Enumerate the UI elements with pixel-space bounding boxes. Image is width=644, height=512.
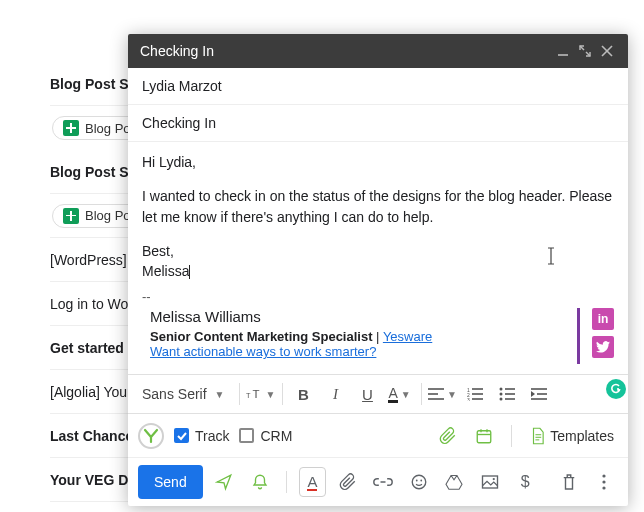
insert-image-button[interactable] bbox=[476, 467, 503, 497]
font-select-label: Sans Serif bbox=[142, 386, 207, 402]
minimize-button[interactable] bbox=[552, 45, 574, 57]
emoji-button[interactable] bbox=[405, 467, 432, 497]
underline-button[interactable]: U bbox=[353, 379, 383, 409]
attach-file-button[interactable] bbox=[435, 427, 461, 445]
chevron-down-icon: ▼ bbox=[215, 389, 225, 400]
list-item-label: Last Chance bbox=[50, 428, 133, 444]
send-later-button[interactable] bbox=[211, 467, 238, 497]
crm-label: CRM bbox=[260, 428, 292, 444]
twitter-icon[interactable] bbox=[592, 336, 614, 358]
svg-point-38 bbox=[603, 481, 606, 484]
send-toolbar: Send A bbox=[128, 458, 628, 506]
recipient-value: Lydia Marzot bbox=[142, 78, 222, 94]
schedule-button[interactable] bbox=[471, 427, 497, 445]
confidential-mode-button[interactable]: $ bbox=[512, 467, 539, 497]
text-cursor-icon bbox=[546, 246, 556, 272]
signature-name: Melissa Williams bbox=[150, 308, 565, 325]
grammarly-icon[interactable] bbox=[606, 379, 626, 399]
sheets-icon bbox=[63, 120, 79, 136]
discard-draft-button[interactable] bbox=[555, 467, 582, 497]
font-size-button[interactable]: TT ▼ bbox=[246, 379, 276, 409]
italic-button[interactable]: I bbox=[321, 379, 351, 409]
body-greeting: Hi Lydia, bbox=[142, 152, 614, 172]
compose-title: Checking In bbox=[140, 43, 214, 59]
svg-point-34 bbox=[420, 480, 422, 482]
dollar-icon: $ bbox=[521, 473, 530, 491]
signature-title: Senior Content Marketing Specialist bbox=[150, 329, 373, 344]
close-button[interactable] bbox=[596, 45, 618, 57]
svg-point-18 bbox=[499, 398, 502, 401]
attach-button[interactable] bbox=[334, 467, 361, 497]
numbered-list-button[interactable]: 123 bbox=[460, 379, 490, 409]
subject-value: Checking In bbox=[142, 115, 216, 131]
svg-point-33 bbox=[416, 480, 418, 482]
recipient-field[interactable]: Lydia Marzot bbox=[128, 68, 628, 105]
yesware-toolbar: Track CRM Templates bbox=[128, 414, 628, 458]
bullet-list-button[interactable] bbox=[492, 379, 522, 409]
chevron-down-icon: ▼ bbox=[447, 389, 457, 400]
bold-button[interactable]: B bbox=[289, 379, 319, 409]
templates-button[interactable]: Templates bbox=[526, 427, 618, 445]
svg-point-32 bbox=[412, 476, 426, 490]
insert-link-button[interactable] bbox=[370, 467, 397, 497]
format-toolbar: Sans Serif ▼ TT ▼ B I U A ▼ ▼ 123 bbox=[128, 374, 628, 414]
align-button[interactable]: ▼ bbox=[428, 379, 458, 409]
text-color-button[interactable]: A ▼ bbox=[385, 379, 415, 409]
font-select[interactable]: Sans Serif ▼ bbox=[134, 386, 233, 402]
body-signoff2: Melissa bbox=[142, 263, 189, 279]
indent-button[interactable] bbox=[524, 379, 554, 409]
signature-separator: -- bbox=[128, 289, 628, 304]
text-caret bbox=[189, 265, 190, 279]
svg-text:3: 3 bbox=[467, 397, 470, 401]
chevron-down-icon: ▼ bbox=[401, 389, 411, 400]
expand-button[interactable] bbox=[574, 45, 596, 57]
linkedin-icon[interactable]: in bbox=[592, 308, 614, 330]
signature-divider bbox=[577, 308, 580, 364]
more-options-button[interactable] bbox=[590, 467, 617, 497]
body-signoff1: Best, bbox=[142, 243, 174, 259]
svg-point-36 bbox=[492, 478, 494, 480]
svg-point-37 bbox=[603, 475, 606, 478]
svg-rect-35 bbox=[482, 476, 497, 488]
drive-button[interactable] bbox=[441, 467, 468, 497]
message-body[interactable]: Hi Lydia, I wanted to check in on the st… bbox=[128, 142, 628, 289]
yesware-logo-icon[interactable] bbox=[138, 423, 164, 449]
reminder-button[interactable] bbox=[246, 467, 273, 497]
sheets-icon bbox=[63, 208, 79, 224]
templates-label: Templates bbox=[550, 428, 614, 444]
list-item-label: Get started bbox=[50, 340, 124, 356]
list-item-label: [WordPress] bbox=[50, 252, 127, 268]
subject-field[interactable]: Checking In bbox=[128, 105, 628, 142]
track-checkbox[interactable]: Track bbox=[174, 428, 229, 444]
chevron-down-icon: ▼ bbox=[266, 389, 276, 400]
svg-point-16 bbox=[499, 388, 502, 391]
compose-window: Checking In Lydia Marzot Checking In Hi … bbox=[128, 34, 628, 506]
signature-block: Melissa Williams Senior Content Marketin… bbox=[128, 304, 628, 374]
svg-rect-25 bbox=[477, 431, 491, 443]
svg-text:T: T bbox=[252, 389, 259, 401]
text-color-sendbar-button[interactable]: A bbox=[299, 467, 327, 497]
send-button[interactable]: Send bbox=[138, 465, 203, 499]
track-label: Track bbox=[195, 428, 229, 444]
signature-company-link[interactable]: Yesware bbox=[383, 329, 432, 344]
signature-pipe: | bbox=[373, 329, 383, 344]
list-item-label: [Algolia] Your bbox=[50, 384, 132, 400]
signature-secondary-link[interactable]: Want actionable ways to work smarter? bbox=[150, 344, 376, 359]
svg-point-17 bbox=[499, 393, 502, 396]
crm-checkbox[interactable]: CRM bbox=[239, 428, 292, 444]
svg-point-39 bbox=[603, 487, 606, 490]
svg-text:T: T bbox=[246, 392, 251, 401]
body-main: I wanted to check in on the status of th… bbox=[142, 186, 614, 227]
compose-titlebar[interactable]: Checking In bbox=[128, 34, 628, 68]
